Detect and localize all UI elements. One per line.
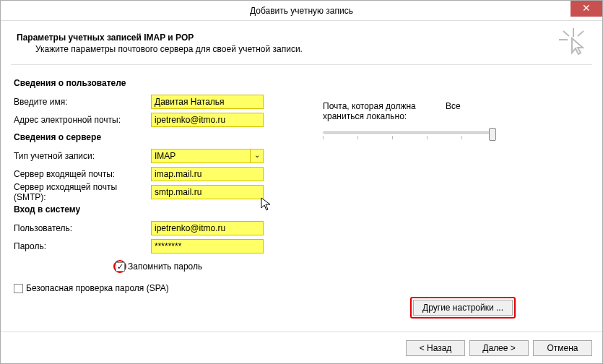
close-button[interactable]: ✕ xyxy=(571,1,602,17)
other-settings-button[interactable]: Другие настройки ... xyxy=(413,300,513,316)
label-offline: Почта, которая должна храниться локально… xyxy=(323,101,446,121)
row-name: Введите имя: Давитая Наталья xyxy=(14,94,310,110)
label-email: Адрес электронной почты: xyxy=(14,115,151,125)
offline-slider[interactable] xyxy=(323,126,496,143)
label-password: Пароль: xyxy=(14,241,151,251)
row-password: Пароль: ******** xyxy=(14,238,310,254)
select-value: IMAP xyxy=(151,149,264,163)
label-name: Введите имя: xyxy=(14,97,151,107)
label-user: Пользователь: xyxy=(14,223,151,233)
row-email: Адрес электронной почты: ipetrenko@itmo.… xyxy=(14,112,310,128)
back-button[interactable]: < Назад xyxy=(406,340,465,356)
next-button[interactable]: Далее > xyxy=(469,340,529,356)
input-name[interactable]: Давитая Наталья xyxy=(151,95,264,109)
slider-tick xyxy=(323,136,324,139)
section-login: Вход в систему xyxy=(14,204,310,214)
row-account-type: Тип учетной записи: IMAP ⌄ xyxy=(14,148,310,164)
row-incoming: Сервер входящей почты: imap.mail.ru xyxy=(14,166,310,182)
svg-line-3 xyxy=(578,31,584,36)
slider-track xyxy=(323,131,496,134)
label-remember: Запомнить пароль xyxy=(128,261,202,272)
checkbox-remember[interactable] xyxy=(116,262,125,272)
select-account-type[interactable]: IMAP ⌄ xyxy=(151,149,264,163)
input-user[interactable]: ipetrenko@itmo.ru xyxy=(151,221,264,235)
label-all: Все xyxy=(446,101,461,121)
cancel-button[interactable]: Отмена xyxy=(533,340,592,356)
header-subtitle: Укажите параметры почтового сервера для … xyxy=(35,44,586,54)
input-outgoing[interactable]: smtp.mail.ru xyxy=(151,185,264,199)
input-email[interactable]: ipetrenko@itmo.ru xyxy=(151,113,264,127)
row-spa: Безопасная проверка пароля (SPA) xyxy=(14,283,310,293)
close-icon: ✕ xyxy=(582,2,591,14)
window-title: Добавить учетную запись xyxy=(250,6,353,16)
row-outgoing: Сервер исходящей почты (SMTP): smtp.mail… xyxy=(14,184,310,200)
titlebar: Добавить учетную запись ✕ xyxy=(1,1,602,21)
slider-tick xyxy=(461,136,462,139)
input-password[interactable]: ******** xyxy=(151,239,264,254)
label-incoming: Сервер входящей почты: xyxy=(14,169,151,179)
highlight-circle xyxy=(113,260,126,273)
svg-line-2 xyxy=(563,31,569,36)
header-pane: Параметры учетных записей IMAP и POP Ука… xyxy=(11,28,592,65)
slider-handle[interactable] xyxy=(489,128,496,141)
input-incoming[interactable]: imap.mail.ru xyxy=(151,167,264,181)
checkbox-spa[interactable] xyxy=(14,284,23,293)
label-spa: Безопасная проверка пароля (SPA) xyxy=(26,283,169,293)
section-server-info: Сведения о сервере xyxy=(14,132,310,142)
slider-tick xyxy=(392,136,393,139)
chevron-down-icon[interactable]: ⌄ xyxy=(250,150,263,162)
row-user: Пользователь: ipetrenko@itmo.ru xyxy=(14,220,310,236)
slider-tick xyxy=(357,136,358,139)
footer: < Назад Далее > Отмена xyxy=(1,332,602,363)
highlight-ring: Другие настройки ... xyxy=(410,297,516,318)
section-user-info: Сведения о пользователе xyxy=(14,78,310,88)
header-title: Параметры учетных записей IMAP и POP xyxy=(17,32,586,43)
label-account-type: Тип учетной записи: xyxy=(14,151,151,161)
label-outgoing: Сервер исходящей почты (SMTP): xyxy=(14,182,151,202)
dialog-window: Добавить учетную запись ✕ Параметры учет… xyxy=(0,0,603,364)
click-cursor-icon xyxy=(559,28,588,57)
right-column: Почта, которая должна храниться локально… xyxy=(310,74,589,293)
row-remember: Запомнить пароль xyxy=(113,260,310,273)
row-offline-label: Почта, которая должна храниться локально… xyxy=(323,101,589,121)
dialog-body: Сведения о пользователе Введите имя: Дав… xyxy=(1,65,602,293)
left-column: Сведения о пользователе Введите имя: Дав… xyxy=(14,74,310,293)
other-settings-wrap: Другие настройки ... xyxy=(410,297,516,318)
slider-tick xyxy=(427,136,428,139)
